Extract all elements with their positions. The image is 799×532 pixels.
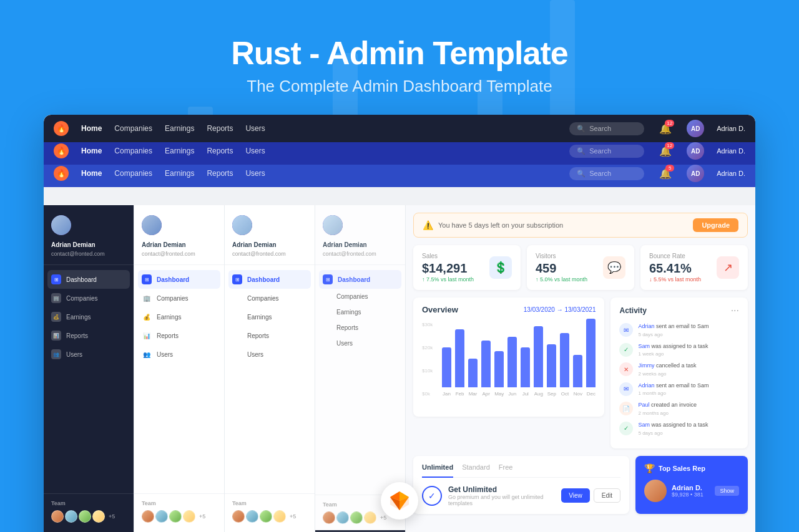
view-button[interactable]: View	[561, 488, 590, 503]
chart-bar[interactable]	[521, 347, 530, 387]
stat-bounce-value: 65.41%	[649, 262, 701, 274]
nav2-reports[interactable]: Reports	[207, 147, 233, 155]
chart-bar[interactable]	[468, 359, 478, 387]
nav-item-companies-1[interactable]: 🏢 Companies	[44, 289, 134, 307]
nav-item-users-3[interactable]: Users	[225, 345, 315, 364]
chart-bar[interactable]	[442, 347, 451, 387]
team-avatar-4d	[364, 511, 376, 524]
hero-subtitle: The Complete Admin Dashboard Template	[0, 77, 799, 96]
nav-item-dashboard-4[interactable]: ⊞ Dashboard	[319, 270, 401, 289]
nav-item-dashboard-3[interactable]: ⊞ Dashboard	[228, 270, 311, 289]
nav-reports[interactable]: Reports	[207, 124, 233, 133]
nav-earnings[interactable]: Earnings	[165, 124, 194, 133]
chart-bar[interactable]	[455, 329, 464, 387]
chart-bar[interactable]	[547, 344, 556, 387]
chart-bar-group: Oct	[560, 333, 569, 397]
nav3-home[interactable]: Home	[81, 169, 102, 178]
sidebar-user-1: Adrian Demian contact@fronted.com	[44, 205, 134, 265]
icon-reports-2: 📊	[142, 331, 152, 341]
stat-sales-change: ↑ 7.5% vs last month	[422, 276, 474, 283]
nav-item-companies-3[interactable]: Companies	[225, 289, 315, 307]
team-more-3: +5	[290, 513, 296, 520]
tab-unlimited[interactable]: Unlimited	[422, 463, 453, 478]
chart-month-label: Jan	[443, 391, 451, 397]
chart-month-label: Sep	[547, 391, 556, 397]
chart-bar-group: Sep	[547, 344, 556, 397]
nav-item-earnings-1[interactable]: 💰 Earnings	[44, 307, 134, 326]
stat-bounce-change: ↓ 5.5% vs last month	[649, 276, 701, 283]
nav-dot-dash-4: ⊞	[323, 274, 333, 284]
nav-item-users-2[interactable]: 👥 Users	[134, 345, 224, 364]
activity-description: Sam was assigned to a task	[638, 421, 739, 429]
activity-item: 📄Paul created an invoice2 months ago	[619, 401, 739, 416]
chart-month-label: Apr	[482, 391, 489, 397]
nav-item-earnings-2[interactable]: 💰 Earnings	[134, 307, 224, 326]
nav-item-reports-1[interactable]: 📊 Reports	[44, 326, 134, 345]
nav2-users[interactable]: Users	[245, 147, 265, 155]
nav-home[interactable]: Home	[81, 124, 102, 133]
nav-item-reports-3[interactable]: Reports	[225, 326, 315, 345]
nav-users[interactable]: Users	[245, 124, 265, 133]
nav-item-reports-4[interactable]: Reports	[315, 320, 405, 336]
chart-month-label: Mar	[469, 391, 478, 397]
chart-month-label: Feb	[456, 391, 464, 397]
nav3-users[interactable]: Users	[245, 169, 265, 178]
chart-bar[interactable]	[494, 351, 504, 387]
tab-standard[interactable]: Standard	[462, 463, 490, 473]
chart-bar-group: Apr	[481, 341, 491, 397]
chart-bar[interactable]	[507, 337, 517, 387]
upgrade-button[interactable]: Upgrade	[693, 218, 738, 232]
search-bar-3[interactable]: 🔍 Search	[569, 167, 644, 180]
chart-bar[interactable]	[534, 326, 543, 387]
chart-bar[interactable]	[481, 341, 491, 387]
activity-more-icon[interactable]: ···	[731, 305, 739, 316]
chart-bar[interactable]	[573, 355, 582, 387]
activity-item: ✕Jimmy cancelled a task2 weeks ago	[619, 362, 739, 377]
overview-title: Overview	[422, 305, 458, 314]
edit-button[interactable]: Edit	[594, 488, 620, 503]
subscription-check-icon: ✓	[422, 486, 442, 506]
sidebar-progress-1: Progress Onboarding process	[44, 529, 134, 532]
nav-item-reports-2[interactable]: 📊 Reports	[134, 326, 224, 345]
search-bar-2[interactable]: 🔍 Search	[569, 145, 644, 158]
nav3-reports[interactable]: Reports	[207, 169, 233, 178]
team-avatar-3a	[232, 510, 245, 523]
subscription-plan-row: ✓ Get Unlimited Go premium and you will …	[422, 485, 620, 506]
chart-bar-group: Jun	[507, 337, 517, 397]
tab-free[interactable]: Free	[499, 463, 513, 473]
nav-item-dashboard-1[interactable]: ⊞ Dashboard	[47, 270, 130, 289]
search-bar[interactable]: 🔍 Search	[569, 122, 644, 135]
nav2-home[interactable]: Home	[81, 147, 102, 155]
sidebar-team-2: Team +5	[134, 493, 224, 529]
notification-bell-2[interactable]: 🔔 12	[657, 142, 674, 160]
chart-month-label: Nov	[574, 391, 582, 397]
nav-item-dashboard-2[interactable]: ⊞ Dashboard	[138, 270, 220, 289]
nav2-companies[interactable]: Companies	[114, 147, 152, 155]
chart-bar[interactable]	[560, 333, 569, 387]
team-avatars-3: +5	[232, 510, 307, 523]
sales-title-text: Top Sales Rep	[659, 465, 705, 472]
nav3-earnings[interactable]: Earnings	[165, 169, 194, 178]
nav2-username: Adrian D.	[717, 147, 745, 155]
nav-item-users-1[interactable]: 👥 Users	[44, 345, 134, 364]
notification-bell-3[interactable]: 🔔 5	[657, 165, 674, 182]
stat-sales-icon: 💲	[489, 256, 512, 279]
nav-item-users-4[interactable]: Users	[315, 336, 405, 351]
nav-item-companies-4[interactable]: Companies	[315, 289, 405, 304]
show-button[interactable]: Show	[715, 486, 739, 496]
nav-item-earnings-3[interactable]: Earnings	[225, 307, 315, 326]
activity-text: Adrian sent an email to Sam5 days ago	[638, 322, 739, 337]
nav-item-earnings-4[interactable]: Earnings	[315, 304, 405, 320]
nav-dot-reports-1: 📊	[51, 331, 61, 341]
nav2-earnings[interactable]: Earnings	[165, 147, 194, 155]
nav-item-companies-2[interactable]: 🏢 Companies	[134, 289, 224, 307]
nav-companies[interactable]: Companies	[114, 124, 152, 133]
team-avatar-b	[65, 510, 77, 523]
nav-dot-dash-3: ⊞	[232, 274, 242, 284]
chart-bar[interactable]	[586, 319, 596, 387]
icon-users-2: 👥	[142, 349, 152, 359]
activity-text: Sam was assigned to a task5 days ago	[638, 421, 739, 436]
nav3-companies[interactable]: Companies	[114, 169, 152, 178]
user-avatar-2: AD	[687, 142, 704, 160]
notification-bell[interactable]: 🔔 12	[657, 120, 674, 137]
